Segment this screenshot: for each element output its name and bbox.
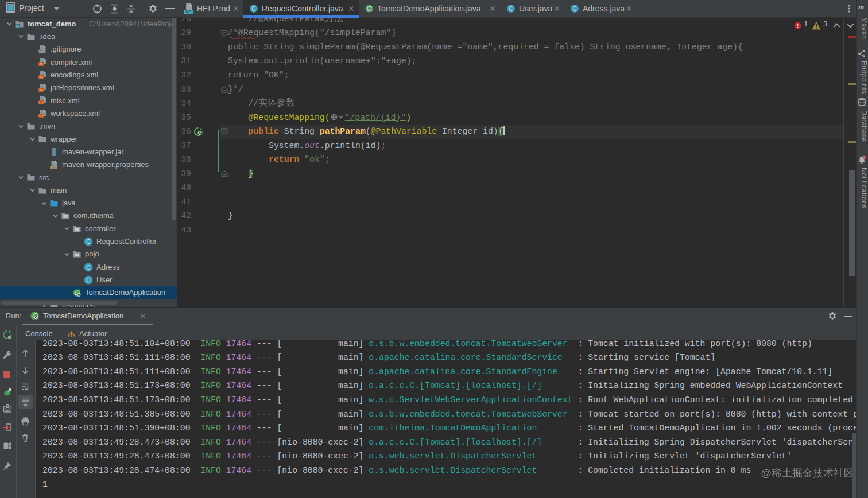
svg-text:MD: MD <box>185 10 191 14</box>
svg-text:C: C <box>509 5 513 12</box>
svg-text:<>: <> <box>39 63 44 67</box>
svg-text:C: C <box>572 5 577 12</box>
svg-text:C: C <box>251 5 256 12</box>
svg-text:<>: <> <box>39 88 44 92</box>
svg-text:C: C <box>86 238 91 245</box>
svg-text:C: C <box>86 264 91 271</box>
svg-text:<>: <> <box>39 101 44 105</box>
svg-text:C: C <box>86 277 91 283</box>
svg-text:<>: <> <box>39 75 44 79</box>
svg-text:<>: <> <box>39 114 44 118</box>
